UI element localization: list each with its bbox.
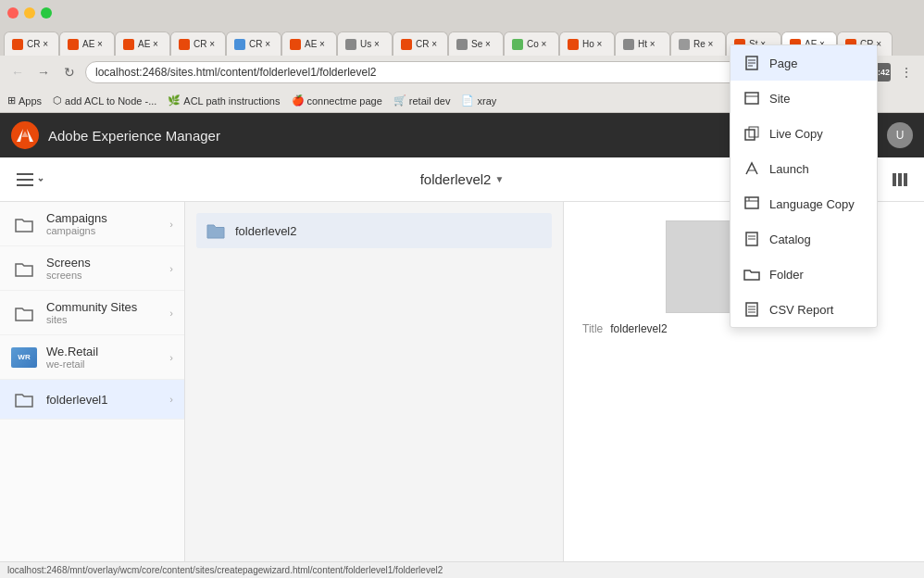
tab-favicon [568,39,579,50]
screens-label: Screens [46,256,160,270]
preview-title-label: Title [582,322,603,335]
breadcrumb-title[interactable]: folderlevel2 ▼ [420,171,505,187]
bookmark-acl-node[interactable]: ⬡ add ACL to Node -... [53,94,156,107]
tab-ae-1[interactable]: AE × [59,31,115,56]
sidebar: Campaigns campaigns › Screens screens [0,202,185,561]
language-copy-icon [743,202,760,212]
csv-icon [743,301,760,318]
campaigns-chevron-icon: › [169,219,173,230]
toggle-chevron-icon [37,176,44,183]
dropdown-item-csv-report[interactable]: CSV Report [730,292,877,327]
tab-ae-2[interactable]: AE × [115,31,170,56]
dropdown-item-catalog[interactable]: Catalog [730,221,877,257]
tab-re[interactable]: Re × [670,31,726,56]
screens-sub: screens [46,270,160,281]
bookmark-favicon-1: ⬡ [53,94,62,107]
tab-co[interactable]: Co × [504,31,559,56]
tab-favicon [68,39,79,50]
we-retail-sub: we-retail [46,358,160,370]
tab-favicon [234,39,245,50]
campaigns-icon [11,214,37,234]
sidebar-item-we-retail[interactable]: WR We.Retail we-retail › [0,335,184,380]
csv-svg-icon [745,302,758,317]
tab-cr-1[interactable]: CR × [4,31,59,56]
dropdown-label-language-copy: Language Copy [769,202,855,211]
dropdown-item-folder[interactable]: Folder [730,257,877,292]
tab-ho[interactable]: Ho × [559,31,615,56]
user-avatar[interactable]: U [887,122,913,148]
create-dropdown-menu: Page Site [730,202,878,328]
sidebar-item-we-retail-text: We.Retail we-retail [46,345,160,370]
tab-label: Ht × [638,39,662,49]
bookmark-connectme[interactable]: 🍎 connectme page [292,94,382,107]
aem-logo [11,121,39,149]
svg-rect-3 [893,173,896,186]
tab-favicon [179,39,190,50]
aem-title: Adobe Experience Manager [48,128,768,144]
tab-cr-3[interactable]: CR × [226,31,281,56]
dropdown-label-csv-report: CSV Report [769,303,833,317]
tab-favicon [401,39,412,50]
svg-rect-5 [904,173,907,186]
tab-label: CR × [249,39,273,49]
preview-title-value: folderlevel2 [610,322,667,335]
file-item-folder-icon [206,222,225,239]
tab-label: Re × [693,39,718,49]
tab-ae-3[interactable]: AE × [281,31,337,56]
we-retail-thumbnail: WR [11,347,37,368]
tab-label: AE × [138,39,162,49]
forward-button[interactable]: → [33,62,54,82]
tab-favicon [456,39,468,50]
url-text: localhost:2468/sites.html/content/folder… [95,66,377,79]
tab-us[interactable]: Us × [337,31,393,56]
column-view-button[interactable] [887,167,913,193]
file-item-folderlevel2[interactable]: folderlevel2 [196,213,552,248]
tab-label: Co × [527,39,551,49]
file-panel: folderlevel2 [185,202,563,561]
dropdown-item-language-copy[interactable]: Language Copy [730,202,877,221]
catalog-svg-icon [745,232,758,246]
tab-favicon [12,39,23,50]
campaigns-label: Campaigns [46,211,160,225]
panel-toggle-button[interactable] [11,170,50,190]
tab-label: AE × [82,39,106,49]
we-retail-chevron-icon: › [169,352,173,363]
maximize-button[interactable] [41,7,52,19]
screens-folder-icon [15,260,33,277]
tab-se[interactable]: Se × [448,31,504,56]
tab-ht[interactable]: Ht × [615,31,670,56]
bookmark-favicon-3: 🍎 [292,94,305,107]
sidebar-item-screens[interactable]: Screens screens › [0,246,184,291]
campaigns-folder-icon [15,216,33,232]
community-folder-icon [15,305,33,321]
bookmark-apps[interactable]: ⊞ Apps [7,94,42,107]
tab-cr-4[interactable]: CR × [393,31,448,56]
dropdown-label-catalog: Catalog [769,232,811,246]
svg-rect-2 [17,184,33,186]
tab-cr-2[interactable]: CR × [170,31,226,56]
bookmark-acl-path[interactable]: 🌿 ACL path instructions [168,94,280,107]
aem-content: Campaigns campaigns › Screens screens [0,202,924,561]
folderlevel1-folder-icon [15,391,33,408]
url-bar[interactable]: localhost:2468/sites.html/content/folder… [85,61,815,83]
bookmark-xray[interactable]: 📄 xray [461,94,496,107]
menu-button[interactable]: ⋮ [896,62,917,82]
sidebar-item-community-sites[interactable]: Community Sites sites › [0,291,184,335]
tab-favicon [623,39,634,50]
adobe-logo-svg [17,127,33,144]
community-sites-icon [11,303,37,323]
catalog-icon [743,231,760,247]
sidebar-item-campaigns[interactable]: Campaigns campaigns › [0,202,184,246]
reload-button[interactable]: ↻ [59,62,80,82]
svg-rect-0 [17,173,33,175]
sidebar-item-folderlevel1[interactable]: folderlevel1 › [0,380,184,420]
aem-application: Adobe Experience Manager 🔍 ? ⇼ 🔔 1 U [0,113,924,561]
screens-chevron-icon: › [169,263,173,274]
folderlevel1-icon [11,389,37,409]
browser-window: CR × AE × AE × CR × CR × AE × Us × CR × [0,0,924,578]
minimize-button[interactable] [24,7,35,19]
bookmark-retail-dev[interactable]: 🛒 retail dev [393,94,451,107]
close-button[interactable] [7,7,19,19]
tab-label: Us × [360,39,384,49]
back-button[interactable]: ← [7,62,28,82]
